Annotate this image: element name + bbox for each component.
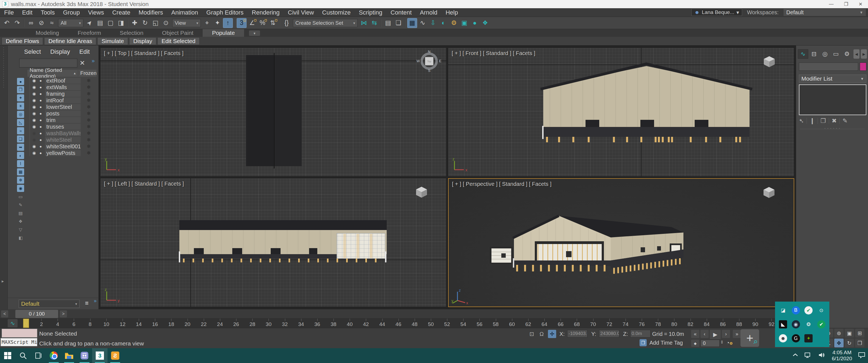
layer-row-yellowPosts[interactable]: ◉●yellowPosts❄ (27, 150, 96, 156)
menu-animation[interactable]: Animation (167, 9, 202, 16)
layer-row-washBayWalls[interactable]: ◉●washBayWalls❄ (27, 130, 96, 136)
frozen-icon[interactable]: ❄ (87, 84, 91, 90)
select-and-manipulate-button[interactable]: ✦ (213, 18, 222, 28)
filter-hidden-icon[interactable]: ◉ (17, 185, 24, 192)
workspace-dropdown[interactable]: Default ▼ (783, 9, 866, 16)
render-dot-icon[interactable]: ● (39, 105, 42, 109)
max-taskbar-icon[interactable]: 3 (92, 348, 107, 363)
menu-arnold[interactable]: Arnold (416, 9, 441, 16)
absolute-mode-toggle[interactable]: ✛ (548, 330, 556, 338)
pin-stack-icon[interactable]: ➴ (799, 117, 804, 125)
user-account-button[interactable]: ☻ Lana Beque... ▾ (691, 9, 742, 16)
menu-create[interactable]: Create (108, 9, 134, 16)
rendered-frame-window-button[interactable]: ▣ (459, 18, 469, 28)
visibility-eye-icon[interactable]: ◉ (32, 131, 36, 136)
align-button[interactable]: ⇆ (369, 18, 379, 28)
menu-customize[interactable]: Customize (318, 9, 355, 16)
frozen-icon[interactable]: ❄ (87, 77, 91, 84)
explorer-menu-display[interactable]: Display (50, 48, 70, 55)
current-frame-field[interactable]: 0 (701, 340, 720, 347)
menu-file[interactable]: File (0, 9, 18, 16)
layer-name[interactable]: lowerSteel (45, 104, 81, 110)
render-dot-icon[interactable]: ● (39, 92, 42, 96)
render-dot-icon[interactable]: ● (39, 144, 42, 148)
visibility-eye-icon[interactable]: ◉ (32, 137, 36, 142)
layer-name[interactable]: intRoof (45, 97, 81, 103)
track-bar[interactable]: ∿ 02468101214161820222426283032343638404… (0, 319, 796, 328)
render-dot-icon[interactable]: ● (39, 151, 42, 155)
undo-button[interactable]: ↶ (2, 18, 12, 28)
maximize-button[interactable]: ❐ (844, 1, 848, 7)
discord-taskbar-icon[interactable] (77, 348, 92, 363)
steelseries-tray-icon[interactable]: ❂ (804, 320, 813, 328)
mini-curve-editor-icon[interactable]: ∿ (8, 319, 18, 327)
layer-name[interactable]: whiteSteel001 (45, 143, 81, 150)
select-by-name-button[interactable]: ▤ (95, 18, 105, 28)
menu-rendering[interactable]: Rendering (248, 9, 284, 16)
z-coordinate-field[interactable]: 0.0m (630, 330, 651, 337)
keyboard-override-toggle[interactable]: ↑ (223, 18, 233, 28)
render-dot-icon[interactable]: ● (39, 138, 42, 142)
add-time-tag[interactable]: ❒ Add Time Tag (640, 339, 683, 346)
unlink-selection-button[interactable]: ⊘ (36, 18, 46, 28)
action-center-icon[interactable] (858, 352, 865, 359)
visibility-eye-icon[interactable]: ◉ (32, 91, 36, 96)
filter-helpers-icon[interactable]: ◺ (17, 119, 24, 126)
tool-list-icon[interactable]: ▤ (17, 209, 24, 217)
curve-editor-button[interactable]: ∿ (418, 18, 428, 28)
visibility-eye-icon[interactable]: ◉ (32, 104, 36, 109)
task-view-button[interactable] (31, 348, 46, 363)
viewport-top[interactable]: [ + ] [ Top ] [ Standard ] [ Facets ] To… (100, 48, 446, 176)
use-pivot-center-button[interactable]: ⌖ (202, 18, 212, 28)
bind-to-space-warp-button[interactable]: ≈ (47, 18, 57, 28)
layer-row-extWalls[interactable]: ◉●extWalls❄ (27, 84, 96, 91)
remove-modifier-icon[interactable]: ✖ (832, 117, 837, 125)
y-coordinate-field[interactable]: 243080.031 (599, 330, 619, 337)
tool-arrow-icon[interactable]: ▽ (17, 226, 24, 233)
show-end-result-icon[interactable]: ❙ (810, 117, 814, 125)
viewcube-icon[interactable] (762, 186, 776, 199)
filter-groups-icon[interactable]: ❑ (17, 135, 24, 142)
render-dot-icon[interactable]: ● (39, 118, 42, 122)
filter-frozen-icon[interactable]: ❄ (17, 176, 24, 184)
maxscript-mini-listener[interactable]: MAXScript Mi (1, 338, 37, 346)
filter-all-icon[interactable]: ● (17, 78, 24, 85)
key-mode-toggle[interactable]: ◆ (691, 340, 699, 347)
filter-shapes-icon[interactable]: ✦ (17, 94, 24, 101)
layer-name[interactable]: washBayWalls (45, 130, 81, 136)
search-box[interactable] (19, 59, 78, 67)
menu-civil-view[interactable]: Civil View (284, 9, 318, 16)
selection-region-button[interactable]: ▢ (105, 18, 116, 28)
search-input[interactable] (20, 59, 77, 67)
toggle-ribbon-button[interactable]: ▦ (407, 18, 417, 28)
layer-name[interactable]: whiteSteel (45, 137, 81, 143)
spinner-snap-toggle[interactable]: ⇅Ω (268, 18, 278, 28)
viewcube-compass[interactable]: Top N S W E (416, 50, 442, 73)
schematic-view-button[interactable]: ⇩ (428, 18, 438, 28)
layer-row-whiteSteel[interactable]: ◉●whiteSteel❄ (27, 136, 96, 143)
discord-tray-icon[interactable]: ☻ (779, 334, 787, 342)
ribbon-tab-freeform[interactable]: Freeform (68, 29, 110, 37)
next-frame-arrow[interactable]: > (60, 310, 67, 318)
x-coordinate-field[interactable]: -109403.62 (567, 330, 587, 337)
previous-frame-button[interactable]: ‹ (701, 330, 709, 338)
explorer-menu-select[interactable]: Select (24, 48, 41, 55)
menu-content[interactable]: Content (386, 9, 416, 16)
zoom-extents-button[interactable]: ▣ (845, 329, 854, 337)
object-color-swatch[interactable] (860, 63, 866, 71)
select-and-move-button[interactable]: ✚ (130, 18, 140, 28)
render-setup-button[interactable]: ⚙ (449, 18, 459, 28)
layer-name[interactable]: framing (45, 91, 81, 97)
render-dot-icon[interactable]: ● (39, 85, 42, 89)
ribbon-button-define-idle-areas[interactable]: Define Idle Areas (44, 37, 96, 45)
visibility-eye-icon[interactable]: ◉ (32, 98, 36, 103)
layer-name[interactable]: posts (45, 110, 81, 117)
layer-row-intRoof[interactable]: ◉●intRoof❄ (27, 97, 96, 104)
previous-frame-arrow[interactable]: < (1, 310, 8, 318)
select-object-button[interactable]: ➤ (85, 18, 95, 28)
filter-bones-icon[interactable]: ⌇ (17, 160, 24, 167)
layer-name[interactable]: extWalls (45, 84, 81, 90)
layer-name[interactable]: extRoof (45, 77, 81, 84)
filter-materials-icon[interactable]: ◐ (17, 152, 24, 159)
play-button[interactable]: ▶ (710, 330, 721, 339)
